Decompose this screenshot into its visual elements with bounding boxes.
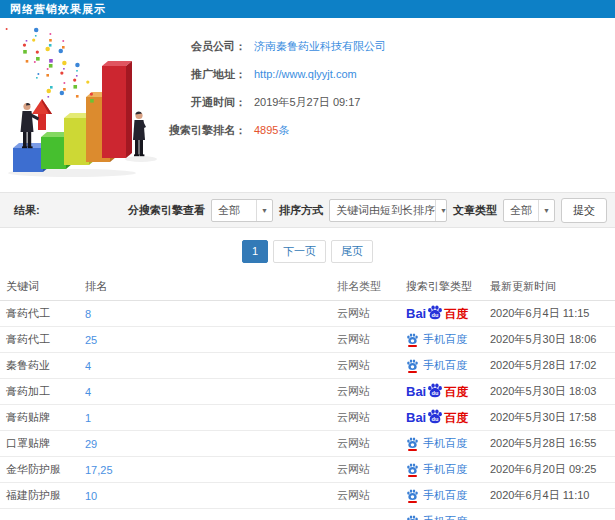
rank-cell[interactable]: 1 bbox=[85, 412, 337, 424]
engine-cell: Bai du 百度 bbox=[402, 436, 490, 451]
mobile-baidu-label: 手机百度 bbox=[423, 436, 467, 451]
table-row: 膏药代工 25 云网站 Bai du 百度 bbox=[0, 327, 615, 353]
rank-cell[interactable]: 8 bbox=[85, 308, 337, 320]
up-arrow-icon bbox=[32, 99, 52, 130]
table-body: 膏药代工 8 云网站 Bai du 百度 bbox=[0, 301, 615, 520]
open-time-value: 2019年5月27日 09:17 bbox=[254, 95, 360, 110]
mobile-baidu-underline bbox=[408, 345, 417, 347]
header-rank-type: 排名类型 bbox=[337, 279, 402, 294]
rank-cell[interactable]: 29 bbox=[85, 438, 337, 450]
keyword-cell[interactable]: 膏药代工 bbox=[0, 332, 85, 347]
sort-select[interactable]: 关键词由短到长排序 ▼ bbox=[329, 199, 447, 222]
mobile-baidu-label: 手机百度 bbox=[423, 462, 467, 477]
rank-type-cell: 云网站 bbox=[337, 436, 402, 451]
mobile-baidu-underline bbox=[408, 449, 417, 451]
mobile-baidu-badge: 手机百度 bbox=[406, 462, 467, 477]
engine-rank-row: 搜索引擎排名： 4895条 bbox=[148, 116, 386, 144]
promotion-url-link[interactable]: http://www.qlyyjt.com bbox=[254, 68, 357, 80]
mobile-baidu-badge: 手机百度 bbox=[406, 488, 467, 503]
baidu-logo-cn-text: 百度 bbox=[444, 412, 468, 424]
engine-cell: Bai du 百度 bbox=[402, 383, 490, 400]
table-row: 口罩贴牌 29 云网站 Bai du 百度 bbox=[0, 431, 615, 457]
table-row: 福建防护服 10 云网站 Bai du 百度 bbox=[0, 483, 615, 509]
article-type-value: 全部 bbox=[510, 203, 532, 218]
svg-text:du: du bbox=[432, 416, 439, 422]
company-link[interactable]: 济南秦鲁药业科技有限公司 bbox=[254, 40, 386, 52]
filter-bar: 结果: 分搜索引擎查看 全部 ▼ 排序方式 关键词由短到长排序 ▼ 文章类型 全… bbox=[0, 192, 615, 228]
keyword-cell[interactable]: 膏药加工 bbox=[0, 384, 85, 399]
engine-filter-select[interactable]: 全部 ▼ bbox=[211, 199, 273, 222]
rank-type-cell: 云网站 bbox=[337, 332, 402, 347]
rank-cell[interactable]: 25 bbox=[85, 334, 337, 346]
table-header-row: 关键词 排名 排名类型 搜索引擎类型 最新更新时间 bbox=[0, 273, 615, 301]
mobile-baidu-label: 手机百度 bbox=[423, 332, 467, 347]
engine-cell: Bai du 百度 bbox=[402, 409, 490, 426]
rank-type-cell: 云网站 bbox=[337, 384, 402, 399]
pagination: 1 下一页 尾页 bbox=[0, 228, 615, 273]
promotion-url-label: 推广地址： bbox=[148, 67, 246, 82]
engine-cell: Bai du 百度 bbox=[402, 305, 490, 322]
rank-type-cell: 云网站 bbox=[337, 488, 402, 503]
chevron-down-icon: ▼ bbox=[256, 200, 272, 221]
engine-filter-value: 全部 bbox=[218, 203, 240, 218]
keyword-rank-table: 关键词 排名 排名类型 搜索引擎类型 最新更新时间 膏药代工 8 云网站 Bai… bbox=[0, 273, 615, 520]
page-button-current[interactable]: 1 bbox=[242, 240, 268, 263]
keyword-cell[interactable]: 口罩贴牌 bbox=[0, 436, 85, 451]
table-row: Bai du 百度 bbox=[0, 509, 615, 520]
updated-cell: 2020年6月4日 11:15 bbox=[490, 306, 615, 321]
header-engine-type: 搜索引擎类型 bbox=[402, 279, 490, 294]
rank-cell[interactable]: 4 bbox=[85, 386, 337, 398]
keyword-cell[interactable]: 秦鲁药业 bbox=[0, 358, 85, 373]
next-page-button[interactable]: 下一页 bbox=[273, 240, 326, 263]
mobile-baidu-underline bbox=[408, 371, 417, 373]
baidu-logo: Bai du 百度 bbox=[406, 383, 468, 400]
keyword-cell[interactable]: 福建防护服 bbox=[0, 488, 85, 503]
keyword-cell[interactable]: 金华防护服 bbox=[0, 462, 85, 477]
article-type-label: 文章类型 bbox=[453, 203, 497, 218]
updated-cell: 2020年5月30日 18:06 bbox=[490, 332, 615, 347]
open-time-row: 开通时间： 2019年5月27日 09:17 bbox=[148, 88, 386, 116]
header-updated: 最新更新时间 bbox=[490, 279, 615, 294]
bar-red bbox=[102, 61, 132, 158]
mobile-baidu-label: 手机百度 bbox=[423, 358, 467, 373]
updated-cell: 2020年5月30日 18:03 bbox=[490, 384, 615, 399]
baidu-logo-bai-text: Bai bbox=[406, 307, 426, 320]
baidu-logo: Bai du 百度 bbox=[406, 305, 468, 322]
baidu-logo-cn-text: 百度 bbox=[444, 308, 468, 320]
mobile-baidu-paw-icon bbox=[406, 333, 419, 347]
baidu-logo: Bai du 百度 bbox=[406, 409, 468, 426]
rank-cell[interactable]: 4 bbox=[85, 360, 337, 372]
rank-type-cell: 云网站 bbox=[337, 358, 402, 373]
open-time-label: 开通时间： bbox=[148, 95, 246, 110]
mobile-baidu-underline bbox=[408, 501, 417, 503]
table-row: 秦鲁药业 4 云网站 Bai du 百度 bbox=[0, 353, 615, 379]
info-section: 会员公司： 济南秦鲁药业科技有限公司 推广地址： http://www.qlyy… bbox=[0, 18, 615, 192]
rank-cell[interactable]: 17,25 bbox=[85, 464, 337, 476]
table-row: 膏药代工 8 云网站 Bai du 百度 bbox=[0, 301, 615, 327]
baidu-logo-bai-text: Bai bbox=[406, 411, 426, 424]
page-title: 网络营销效果展示 bbox=[10, 3, 106, 15]
company-row: 会员公司： 济南秦鲁药业科技有限公司 bbox=[148, 32, 386, 60]
rank-type-cell: 云网站 bbox=[337, 462, 402, 477]
article-type-select[interactable]: 全部 ▼ bbox=[503, 199, 555, 222]
company-label: 会员公司： bbox=[148, 39, 246, 54]
baidu-logo-bai-text: Bai bbox=[406, 385, 426, 398]
updated-cell: 2020年5月30日 17:58 bbox=[490, 410, 615, 425]
header-keyword: 关键词 bbox=[0, 279, 85, 294]
updated-cell: 2020年5月28日 17:02 bbox=[490, 358, 615, 373]
sort-value: 关键词由短到长排序 bbox=[336, 203, 435, 218]
promotion-url-row: 推广地址： http://www.qlyyjt.com bbox=[148, 60, 386, 88]
svg-text:du: du bbox=[432, 390, 439, 396]
engine-rank-unit-link[interactable]: 条 bbox=[278, 124, 289, 136]
last-page-button[interactable]: 尾页 bbox=[331, 240, 373, 263]
mobile-baidu-underline bbox=[408, 475, 417, 477]
mobile-baidu-paw-icon bbox=[406, 437, 419, 451]
baidu-paw-icon: du bbox=[427, 305, 443, 320]
mobile-baidu-label: 手机百度 bbox=[423, 488, 467, 503]
keyword-cell[interactable]: 膏药贴牌 bbox=[0, 410, 85, 425]
mobile-baidu-badge: 手机百度 bbox=[406, 436, 467, 451]
rank-type-cell: 云网站 bbox=[337, 410, 402, 425]
submit-button[interactable]: 提交 bbox=[561, 198, 607, 223]
rank-cell[interactable]: 10 bbox=[85, 490, 337, 502]
keyword-cell[interactable]: 膏药代工 bbox=[0, 306, 85, 321]
